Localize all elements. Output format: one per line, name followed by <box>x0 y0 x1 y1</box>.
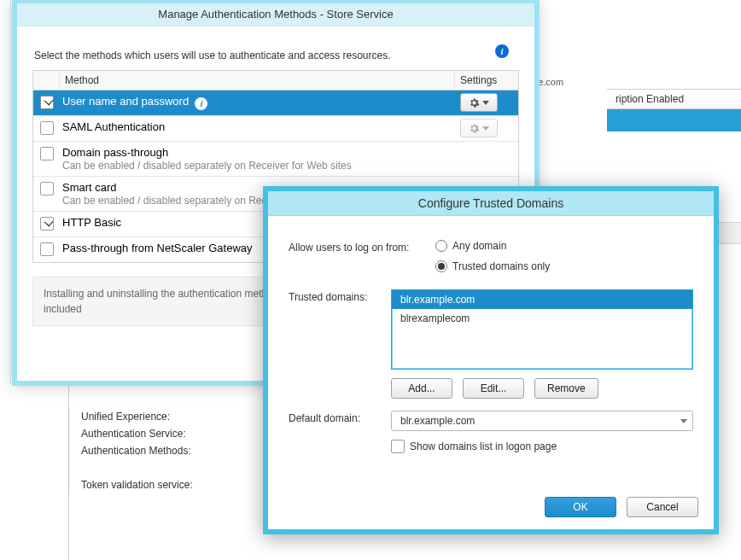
radio-icon <box>435 260 447 272</box>
col-settings: Settings <box>455 71 518 90</box>
info-icon[interactable]: i <box>195 97 207 110</box>
method-label: HTTP Basic <box>62 216 121 229</box>
row-saml-auth[interactable]: SAML Authentication <box>33 116 518 142</box>
cancel-button[interactable]: Cancel <box>627 497 698 517</box>
trusted-domains-list[interactable]: blr.example.com blrexamplecom <box>391 289 693 370</box>
checkbox[interactable] <box>391 440 405 453</box>
remove-button[interactable]: Remove <box>534 378 598 399</box>
bg-selected-row-band <box>607 109 741 131</box>
show-domains-label: Show domains list in logon page <box>410 440 557 452</box>
add-button[interactable]: Add... <box>391 378 452 399</box>
gear-icon <box>469 123 480 134</box>
radio-label: Trusted domains only <box>452 260 550 272</box>
gear-icon <box>469 97 480 108</box>
info-icon[interactable]: i <box>495 44 509 58</box>
trusted-domains-label: Trusted domains: <box>289 289 391 303</box>
radio-trusted-only[interactable]: Trusted domains only <box>435 260 693 272</box>
edit-button[interactable]: Edit... <box>463 378 524 399</box>
table-header: Method Settings <box>33 71 518 90</box>
trusted-domains-title: Configure Trusted Domains <box>268 191 714 216</box>
checkbox[interactable] <box>40 121 54 135</box>
radio-any-domain[interactable]: Any domain <box>435 240 693 252</box>
bg-column-header: ription Enabled <box>607 89 741 131</box>
default-domain-label: Default domain: <box>289 411 391 424</box>
details-auth-service: Authentication Service: <box>81 425 286 442</box>
details-token-validation: Token validation service: <box>81 476 286 493</box>
row-username-password[interactable]: User name and password i <box>33 90 518 116</box>
checkbox[interactable] <box>40 217 54 230</box>
cropped-left-strip <box>0 0 11 384</box>
details-unified-experience: Unified Experience: <box>81 408 286 425</box>
method-label: User name and password <box>62 95 189 108</box>
details-auth-methods: Authentication Methods: <box>81 442 286 459</box>
chevron-down-icon <box>482 126 489 131</box>
radio-label: Any domain <box>452 240 506 252</box>
chevron-down-icon <box>482 101 489 105</box>
bg-column-title: ription Enabled <box>607 90 741 109</box>
show-domains-checkbox[interactable]: Show domains list in logon page <box>391 440 693 453</box>
checkbox[interactable] <box>40 242 54 256</box>
trusted-domains-dialog: Configure Trusted Domains Allow users to… <box>263 186 719 534</box>
radio-icon <box>435 240 447 252</box>
method-sublabel: Can be enabled / disabled separately on … <box>62 160 450 172</box>
row-domain-passthrough[interactable]: Domain pass-through Can be enabled / dis… <box>33 142 518 177</box>
settings-button[interactable] <box>460 119 498 137</box>
details-panel: Unified Experience: Authentication Servi… <box>68 408 286 493</box>
checkbox[interactable] <box>40 182 54 195</box>
allow-logon-label: Allow users to log on from: <box>289 240 435 254</box>
default-domain-select[interactable]: blr.example.com <box>391 411 693 431</box>
method-label: Pass-through from NetScaler Gateway <box>62 242 253 254</box>
col-method: Method <box>60 71 455 90</box>
manage-auth-intro: Select the methods which users will use … <box>34 50 391 61</box>
settings-button[interactable] <box>460 93 498 112</box>
combo-value: blr.example.com <box>400 415 475 427</box>
ok-button[interactable]: OK <box>545 497 616 517</box>
checkbox[interactable] <box>40 96 54 109</box>
checkbox[interactable] <box>40 147 54 160</box>
method-label: Domain pass-through <box>62 146 450 159</box>
chevron-down-icon <box>680 419 687 423</box>
list-item[interactable]: blr.example.com <box>392 290 692 309</box>
list-item[interactable]: blrexamplecom <box>392 309 692 328</box>
manage-auth-title: Manage Authentication Methods - Store Se… <box>17 3 534 26</box>
method-label: SAML Authentication <box>62 120 165 133</box>
